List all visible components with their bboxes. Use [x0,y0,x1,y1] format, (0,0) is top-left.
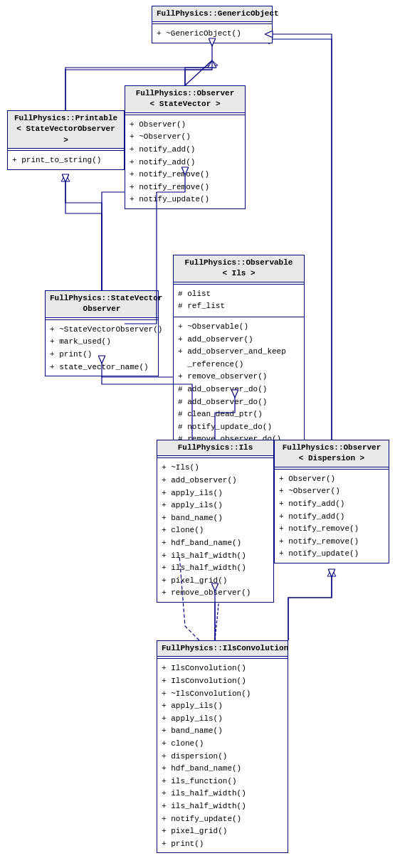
ils-convolution-title: FullPhysics::IlsConvolution [157,641,288,657]
svg-line-0 [185,60,212,85]
observable-ils-box: FullPhysics::Observable< Ils > # olist #… [173,255,305,462]
observer-dispersion-box: FullPhysics::Observer< Dispersion > + Ob… [274,440,389,563]
observer-statevector-title: FullPhysics::Observer< StateVector > [125,86,245,113]
svg-marker-3 [208,60,216,68]
printable-title: FullPhysics::Printable< StateVectorObser… [8,111,124,149]
observer-statevector-box: FullPhysics::Observer< StateVector > + O… [125,85,246,209]
ils-methods: + ~Ils() + add_observer() + apply_ils() … [157,460,273,602]
observable-ils-fields: # olist # ref_list [174,286,304,315]
ils-convolution-box: FullPhysics::IlsConvolution + IlsConvolu… [157,640,288,853]
ils-box: FullPhysics::Ils + ~Ils() + add_observer… [157,440,274,603]
observer-dispersion-title: FullPhysics::Observer< Dispersion > [275,440,389,467]
state-vector-observer-title: FullPhysics::StateVectorObserver [46,291,158,318]
state-vector-observer-box: FullPhysics::StateVectorObserver + ~Stat… [45,290,159,376]
uml-diagram: apply FullPhysics::GenericObject + ~Gene… [0,0,395,868]
method-destructor-generic: + ~GenericObject() [157,28,268,41]
generic-object-box: FullPhysics::GenericObject + ~GenericObj… [152,6,273,43]
generic-object-title: FullPhysics::GenericObject [152,6,272,22]
printable-methods: + print_to_string() [8,152,124,169]
svg-marker-5 [61,174,70,181]
observable-ils-title: FullPhysics::Observable< Ils > [174,255,304,282]
svg-marker-1 [206,60,218,65]
state-vector-observer-methods: + ~StateVectorObserver() + mark_used() +… [46,322,158,376]
ils-title: FullPhysics::Ils [157,440,273,456]
svg-marker-2 [208,60,216,68]
observer-dispersion-methods: + Observer() + ~Observer() + notify_add(… [275,471,389,563]
printable-box: FullPhysics::Printable< StateVectorObser… [7,110,125,170]
ils-convolution-methods: + IlsConvolution() + IlsConvolution() + … [157,660,288,852]
observer-statevector-methods: + Observer() + ~Observer() + notify_add(… [125,117,245,208]
generic-object-methods: + ~GenericObject() [152,26,272,43]
svg-marker-10 [327,569,336,576]
